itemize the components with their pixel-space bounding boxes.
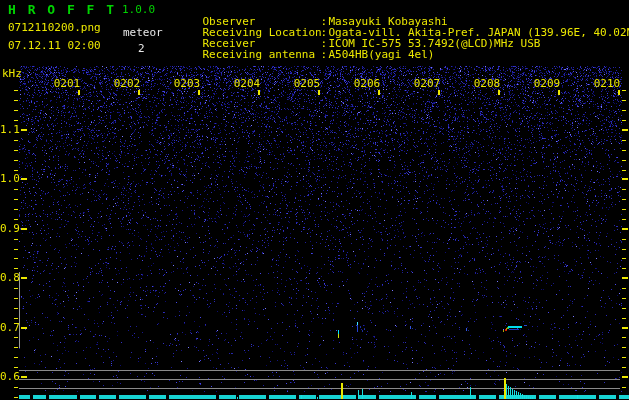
info-row-antenna: Receiving antenna:A504HB(yagi 4el) bbox=[176, 38, 434, 71]
freq-tick-label: 1.0 bbox=[0, 173, 20, 184]
time-tick-label: 0208 bbox=[467, 78, 507, 89]
info-label: Receiving antenna bbox=[203, 49, 321, 60]
meteor-count-value: 2 bbox=[138, 43, 145, 54]
time-tick-label: 0206 bbox=[347, 78, 387, 89]
time-tick-label: 0202 bbox=[107, 78, 147, 89]
mode-label: meteor bbox=[123, 27, 163, 38]
time-tick-label: 0201 bbox=[47, 78, 87, 89]
freq-unit-label: kHz bbox=[2, 68, 22, 79]
time-tick-label: 0209 bbox=[527, 78, 567, 89]
freq-tick-label: 0.8 bbox=[0, 272, 20, 283]
time-tick-label: 0210 bbox=[587, 78, 627, 89]
info-separator: : bbox=[321, 49, 329, 60]
app-version: 1.0.0 bbox=[122, 4, 155, 15]
info-value: A504HB(yagi 4el) bbox=[329, 48, 435, 61]
freq-tick-label: 0.7 bbox=[0, 322, 20, 333]
freq-tick-label: 0.9 bbox=[0, 223, 20, 234]
datetime-label: 07.12.11 02:00 bbox=[8, 40, 101, 51]
hrofft-spectrogram-screen: H R O F F T 1.0.0 0712110200.png meteor … bbox=[0, 0, 629, 400]
freq-tick-label: 1.1 bbox=[0, 124, 20, 135]
time-tick-label: 0203 bbox=[167, 78, 207, 89]
freq-tick-label: 0.6 bbox=[0, 371, 20, 382]
output-filename: 0712110200.png bbox=[8, 22, 101, 33]
app-title: H R O F F T bbox=[8, 3, 116, 16]
time-tick-label: 0205 bbox=[287, 78, 327, 89]
time-tick-label: 0204 bbox=[227, 78, 267, 89]
time-tick-label: 0207 bbox=[407, 78, 447, 89]
